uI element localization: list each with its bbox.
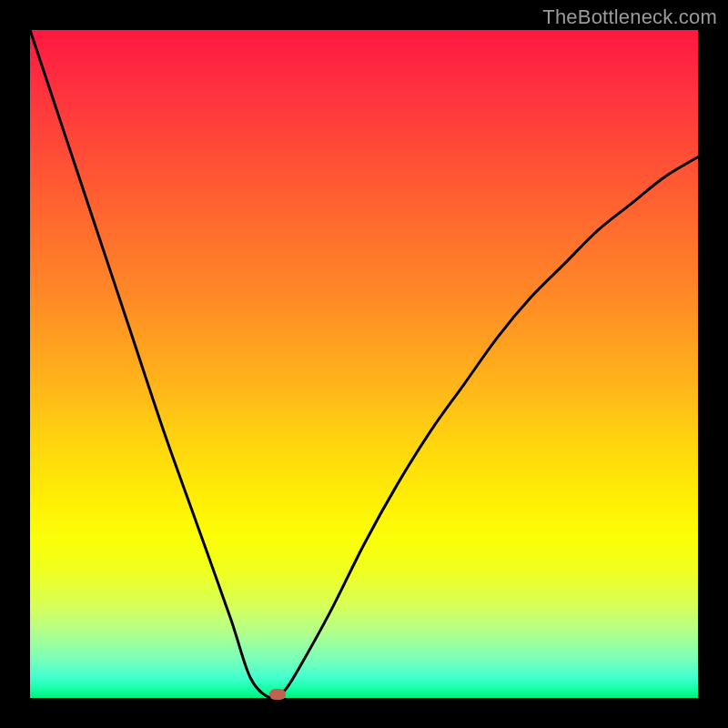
- curve-path: [30, 30, 698, 699]
- plot-area: [30, 30, 698, 698]
- bottleneck-curve: [30, 30, 698, 698]
- watermark-text: TheBottleneck.com: [542, 5, 717, 29]
- chart-frame: TheBottleneck.com: [0, 0, 728, 728]
- minimum-marker: [269, 689, 286, 700]
